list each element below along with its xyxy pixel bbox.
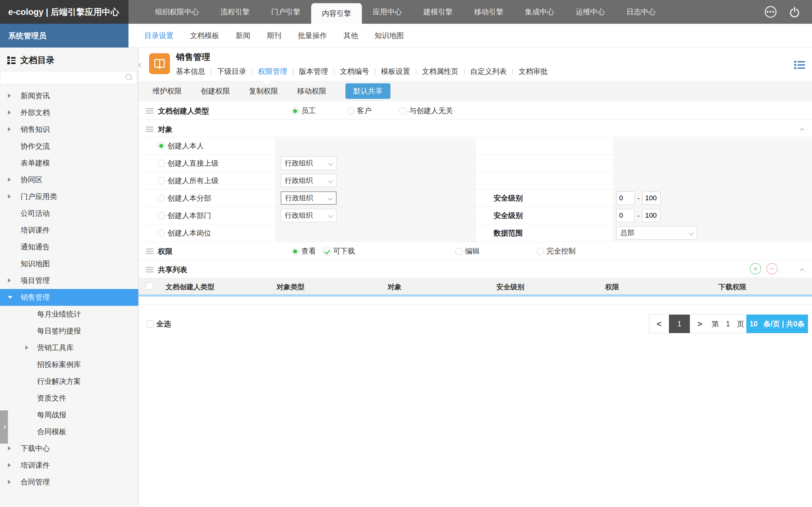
permission-subtab[interactable]: 复制权限 bbox=[249, 86, 278, 96]
topnav-tab[interactable]: 移动引擎 bbox=[463, 0, 514, 24]
security-min-input[interactable] bbox=[616, 191, 635, 205]
radio-icon[interactable] bbox=[292, 248, 299, 255]
permission-subtab[interactable]: 默认共享 bbox=[345, 83, 391, 99]
org-type-select[interactable]: 行政组织 bbox=[281, 209, 337, 222]
tree-item[interactable]: 培训课件 bbox=[0, 222, 138, 239]
topnav-tab[interactable]: 门户引擎 bbox=[260, 0, 311, 24]
checkbox-option[interactable]: 可下载 bbox=[323, 246, 355, 256]
current-page-button[interactable]: 1 bbox=[669, 315, 690, 333]
permission-subtab[interactable]: 维护权限 bbox=[153, 86, 182, 96]
subnav-item[interactable]: 新闻 bbox=[236, 31, 250, 41]
tree-item[interactable]: 资质文件 bbox=[0, 390, 138, 406]
collapsed-arrow-icon[interactable] bbox=[8, 110, 11, 115]
topnav-tab[interactable]: 流程引擎 bbox=[210, 0, 260, 24]
tree-item[interactable]: 项目管理 bbox=[0, 272, 138, 289]
search-input[interactable] bbox=[0, 71, 137, 84]
tree-item[interactable]: 每月业绩统计 bbox=[0, 306, 138, 323]
tree-item[interactable]: 行业解决方案 bbox=[0, 373, 138, 390]
sidebar-collapse-button[interactable] bbox=[139, 60, 143, 69]
radio-icon[interactable] bbox=[158, 212, 165, 219]
radio-icon[interactable] bbox=[399, 107, 407, 115]
tree-item[interactable]: 培训课件 bbox=[0, 457, 138, 474]
drag-handle-icon[interactable] bbox=[146, 108, 154, 114]
tree-item[interactable]: 协同区 bbox=[0, 171, 138, 188]
detail-tab[interactable]: 文档编号 bbox=[340, 66, 369, 76]
select-all[interactable]: 全选 bbox=[147, 319, 171, 329]
subnav-item[interactable]: 其他 bbox=[344, 31, 358, 41]
org-type-select[interactable]: 行政组织 bbox=[281, 157, 337, 170]
tree-item[interactable]: 表单建模 bbox=[0, 155, 138, 171]
more-icon[interactable]: ••• bbox=[765, 6, 776, 18]
detail-tab[interactable]: 模板设置 bbox=[381, 66, 410, 76]
radio-icon[interactable] bbox=[158, 194, 165, 202]
radio-icon[interactable] bbox=[158, 177, 165, 184]
collapsed-arrow-icon[interactable] bbox=[26, 345, 28, 350]
subnav-item[interactable]: 目录设置 bbox=[144, 31, 173, 41]
security-max-input[interactable] bbox=[642, 209, 661, 222]
tree-item[interactable]: 外部文档 bbox=[0, 104, 138, 121]
data-scope-select[interactable]: 总部 bbox=[616, 226, 697, 239]
collapse-section-button[interactable] bbox=[800, 125, 804, 134]
tree-item[interactable]: 每周战报 bbox=[0, 406, 138, 424]
tree-item[interactable]: 新闻资讯 bbox=[0, 88, 138, 104]
tree-item[interactable]: 营销工具库 bbox=[0, 339, 138, 356]
permission-subtab[interactable]: 移动权限 bbox=[297, 86, 326, 96]
detail-tab[interactable]: 文档审批 bbox=[519, 66, 548, 76]
search-icon[interactable] bbox=[125, 73, 133, 81]
radio-icon[interactable] bbox=[158, 142, 165, 150]
detail-tab[interactable]: 下级目录 bbox=[217, 66, 246, 76]
radio-icon[interactable] bbox=[537, 248, 544, 255]
radio-icon[interactable] bbox=[347, 107, 354, 115]
collapsed-arrow-icon[interactable] bbox=[8, 127, 11, 131]
security-min-input[interactable] bbox=[616, 209, 635, 222]
collapsed-arrow-icon[interactable] bbox=[8, 446, 11, 451]
detail-tab[interactable]: 基本信息 bbox=[176, 66, 205, 76]
radio-icon[interactable] bbox=[158, 229, 165, 237]
page-size-button[interactable]: 10 条/页 | 共0条 bbox=[746, 315, 808, 333]
list-view-icon[interactable] bbox=[794, 60, 805, 72]
drag-handle-icon[interactable] bbox=[146, 249, 154, 254]
subnav-item[interactable]: 知识地图 bbox=[374, 31, 404, 41]
drag-handle-icon[interactable] bbox=[146, 267, 154, 273]
collapsed-arrow-icon[interactable] bbox=[8, 177, 11, 182]
tree-item[interactable]: 门户应用类 bbox=[0, 188, 138, 205]
radio-option[interactable]: 编辑 bbox=[455, 246, 479, 256]
subnav-item[interactable]: 期刊 bbox=[267, 31, 281, 41]
tree-item[interactable]: 招投标案例库 bbox=[0, 356, 138, 373]
collapsed-arrow-icon[interactable] bbox=[8, 278, 11, 283]
remove-row-button[interactable]: − bbox=[766, 263, 778, 274]
collapsed-arrow-icon[interactable] bbox=[8, 480, 11, 484]
topnav-tab[interactable]: 日志中心 bbox=[616, 0, 666, 24]
tree-item[interactable]: 协作交流 bbox=[0, 138, 138, 155]
topnav-tab[interactable]: 组织权限中心 bbox=[144, 0, 210, 24]
select-all-checkbox[interactable] bbox=[147, 320, 154, 328]
tree-item[interactable]: 合同模板 bbox=[0, 424, 138, 440]
checkbox-icon[interactable] bbox=[323, 248, 331, 255]
detail-tab[interactable]: 自定义列表 bbox=[470, 66, 507, 76]
collapsed-arrow-icon[interactable] bbox=[8, 194, 11, 199]
subnav-item[interactable]: 批量操作 bbox=[298, 31, 327, 41]
detail-tab[interactable]: 文档属性页 bbox=[422, 66, 458, 76]
topnav-tab[interactable]: 建模引擎 bbox=[413, 0, 463, 24]
radio-option[interactable]: 查看 bbox=[292, 246, 316, 256]
topnav-tab[interactable]: 集成中心 bbox=[514, 0, 565, 24]
topnav-tab[interactable]: 应用中心 bbox=[362, 0, 413, 24]
radio-option[interactable]: 完全控制 bbox=[537, 246, 576, 256]
collapse-section-button[interactable] bbox=[800, 266, 804, 274]
tree-item[interactable]: 知识地图 bbox=[0, 256, 138, 272]
tree-item[interactable]: 下载中心 bbox=[0, 440, 138, 457]
tree-item[interactable]: 每日签约捷报 bbox=[0, 323, 138, 339]
detail-tab[interactable]: 权限管理 bbox=[258, 66, 287, 76]
radio-option[interactable]: 员工 bbox=[292, 106, 316, 116]
permission-subtab[interactable]: 创建权限 bbox=[201, 86, 230, 96]
drag-handle-icon[interactable] bbox=[146, 127, 154, 132]
add-row-button[interactable]: + bbox=[750, 263, 761, 274]
subnav-item[interactable]: 文档模板 bbox=[190, 31, 219, 41]
org-type-select[interactable]: 行政组织 bbox=[281, 174, 337, 187]
tree-item[interactable]: 销售管理 bbox=[0, 289, 138, 306]
topnav-tab[interactable]: 内容引擎 bbox=[311, 3, 362, 24]
radio-icon[interactable] bbox=[455, 248, 462, 255]
radio-option[interactable]: 与创建人无关 bbox=[399, 106, 453, 116]
power-icon[interactable] bbox=[789, 6, 801, 18]
detail-tab[interactable]: 版本管理 bbox=[299, 66, 328, 76]
